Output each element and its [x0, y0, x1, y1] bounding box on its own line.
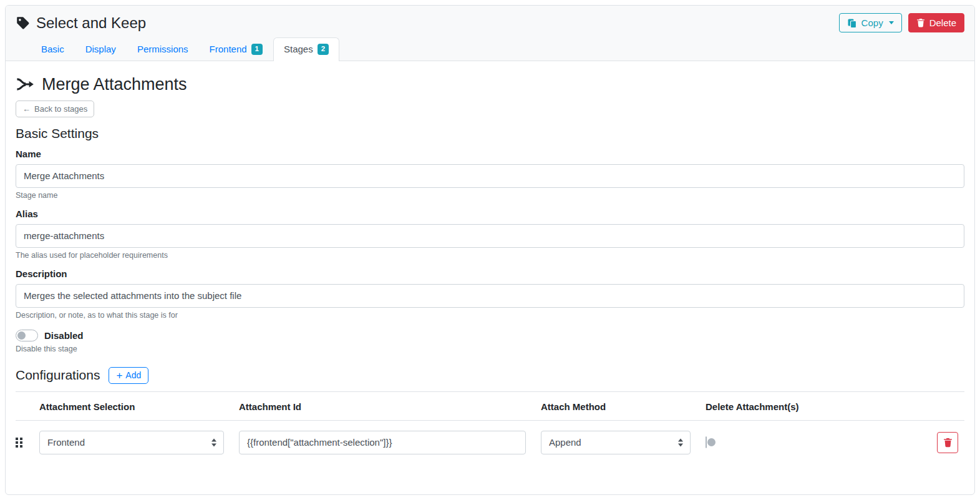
disabled-help-text: Disable this stage [16, 345, 964, 353]
configurations-table: Attachment Selection Attachment Id Attac… [16, 391, 964, 461]
name-label: Name [16, 149, 964, 159]
row-delete-button[interactable] [937, 432, 958, 453]
description-field-group: Description Description, or note, as to … [16, 268, 964, 320]
attachment-id-input[interactable] [239, 431, 526, 454]
add-configuration-button[interactable]: + Add [109, 367, 148, 384]
name-input[interactable] [16, 164, 964, 188]
stage-title: Merge Attachments [42, 75, 187, 94]
attach-method-select[interactable]: Append [541, 431, 691, 454]
attachment-selection-select[interactable]: Frontend [39, 431, 224, 454]
toggle-knob [17, 331, 26, 340]
tab-frontend-badge: 1 [251, 44, 263, 55]
configurations-heading: Configurations [16, 368, 100, 383]
delete-button-label: Delete [929, 17, 956, 28]
disabled-toggle[interactable] [16, 330, 38, 341]
alias-field-group: Alias The alias used for placeholder req… [16, 208, 964, 260]
tab-frontend-label: Frontend [210, 44, 247, 54]
delete-attachments-toggle[interactable] [706, 436, 707, 448]
tab-display-label: Display [85, 44, 116, 54]
description-help-text: Description, or note, as to what this st… [16, 311, 964, 320]
table-header-row: Attachment Selection Attachment Id Attac… [16, 391, 964, 420]
name-field-group: Name Stage name [16, 149, 964, 200]
grip-vertical-icon[interactable] [16, 438, 22, 448]
card-body: Merge Attachments ← Back to stages Basic… [6, 61, 974, 471]
stage-editor-card: Select and Keep Copy [5, 5, 975, 495]
copy-icon [847, 18, 857, 28]
delete-attachments-column-header: Delete Attachment(s) [706, 391, 936, 420]
table-row: Frontend Append [16, 420, 964, 461]
attach-method-column-header: Attach Method [541, 391, 706, 420]
toggle-knob [707, 438, 716, 446]
delete-button[interactable]: Delete [908, 13, 964, 32]
page-title: Select and Keep [36, 14, 146, 32]
actions-column-header [936, 391, 964, 420]
trash-icon [916, 18, 925, 27]
tab-display[interactable]: Display [75, 37, 127, 61]
back-to-stages-button[interactable]: ← Back to stages [16, 100, 94, 117]
arrow-left-icon: ← [22, 104, 31, 114]
trash-icon [943, 438, 953, 448]
basic-settings-heading: Basic Settings [16, 126, 964, 141]
copy-button-label: Copy [861, 17, 883, 28]
chevron-down-icon [889, 21, 894, 24]
alias-input[interactable] [16, 224, 964, 248]
tab-permissions-label: Permissions [137, 44, 188, 54]
add-button-label: Add [125, 370, 141, 380]
copy-button[interactable]: Copy [839, 13, 902, 32]
tab-frontend[interactable]: Frontend 1 [199, 37, 273, 61]
tab-stages-label: Stages [284, 44, 313, 54]
description-label: Description [16, 268, 964, 279]
attachment-id-column-header: Attachment Id [239, 391, 541, 420]
drag-column-header [16, 391, 39, 420]
attachment-selection-column-header: Attachment Selection [39, 391, 239, 420]
disabled-toggle-label: Disabled [44, 330, 84, 341]
stage-tabs: Basic Display Permissions Frontend 1 Sta… [31, 37, 964, 61]
tab-basic-label: Basic [41, 44, 64, 54]
plus-icon: + [116, 370, 122, 381]
name-help-text: Stage name [16, 191, 964, 200]
tab-permissions[interactable]: Permissions [127, 37, 199, 61]
alias-help-text: The alias used for placeholder requireme… [16, 251, 964, 260]
tab-stages[interactable]: Stages 2 [273, 37, 339, 61]
back-to-stages-label: Back to stages [34, 104, 87, 114]
alias-label: Alias [16, 208, 964, 219]
card-header: Select and Keep Copy [6, 6, 974, 61]
tag-icon [16, 16, 30, 30]
description-input[interactable] [16, 284, 964, 308]
merge-icon [16, 77, 34, 92]
tab-basic[interactable]: Basic [31, 37, 75, 61]
tab-stages-badge: 2 [318, 44, 329, 55]
